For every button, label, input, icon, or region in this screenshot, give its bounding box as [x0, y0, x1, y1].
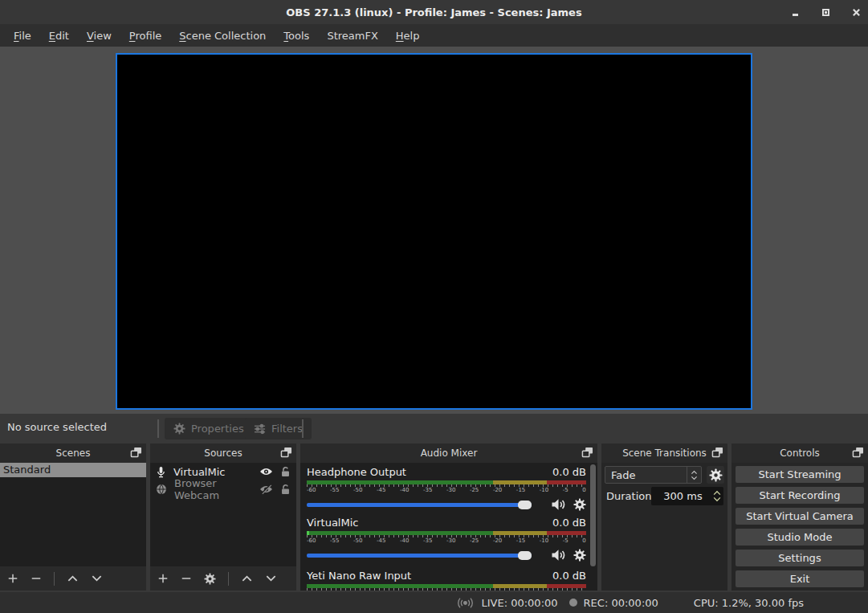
menu-scene-collection[interactable]: Scene Collection	[170, 27, 275, 45]
audio-mixer-scrollbar[interactable]	[590, 464, 596, 566]
meter-scale: -60-55-50-45-40-35-30-25-20-15-10-50	[307, 487, 586, 494]
start-streaming-button[interactable]: Start Streaming	[736, 466, 864, 483]
channel-name: Yeti Nano Raw Input	[307, 570, 411, 583]
speaker-icon[interactable]	[551, 549, 566, 562]
properties-button[interactable]: Properties	[165, 418, 253, 439]
audio-mixer-title: Audio Mixer	[421, 447, 478, 459]
mixer-channel-headphone-output: Headphone Output 0.0 dB -60-55-50-45-40-…	[307, 466, 586, 512]
title-bar: OBS 27.1.3 (linux) - Profile: James - Sc…	[0, 0, 868, 24]
gear-icon	[709, 468, 723, 482]
menu-bar: File Edit View Profile Scene Collection …	[0, 24, 868, 47]
duration-label: Duration	[606, 490, 651, 502]
transition-select[interactable]: Fade	[605, 466, 702, 484]
source-properties-gear-icon[interactable]	[204, 573, 216, 585]
source-name: VirtualMic	[173, 466, 252, 478]
move-scene-up-button[interactable]	[67, 574, 79, 582]
spin-down-icon[interactable]	[712, 497, 722, 502]
transition-selected-value: Fade	[605, 469, 687, 481]
properties-label: Properties	[191, 423, 244, 435]
minimize-icon	[793, 14, 798, 16]
source-item-browser-webcam[interactable]: Browser Webcam	[150, 480, 296, 498]
preview-canvas[interactable]	[116, 53, 752, 410]
channel-gear-icon[interactable]	[573, 549, 586, 562]
move-source-down-button[interactable]	[265, 574, 277, 582]
toolbar-separator	[157, 419, 159, 438]
record-dot-icon	[569, 599, 577, 607]
cpu-fps-stats: CPU: 1.2%, 30.00 fps	[694, 597, 804, 609]
close-button[interactable]	[850, 6, 862, 18]
remove-scene-button[interactable]	[31, 573, 42, 584]
move-scene-down-button[interactable]	[91, 574, 103, 582]
controls-header: Controls	[731, 443, 868, 463]
filters-label: Filters	[271, 423, 303, 435]
channel-level: 0.0 dB	[552, 517, 586, 530]
live-time: LIVE: 00:00:00	[481, 597, 557, 609]
volume-slider-handle[interactable]	[518, 551, 532, 560]
settings-button[interactable]: Settings	[736, 550, 864, 566]
scenes-panel: Scenes Standard	[0, 443, 146, 591]
sources-panel: Sources VirtualMic Browser Webcam	[150, 443, 296, 591]
menu-file[interactable]: File	[5, 27, 40, 45]
transition-select-arrows[interactable]	[687, 467, 701, 483]
toolbar-separator	[228, 572, 229, 586]
visibility-eye-icon[interactable]	[259, 467, 273, 476]
lock-open-icon[interactable]	[280, 466, 291, 477]
volume-slider[interactable]	[307, 503, 544, 507]
add-scene-button[interactable]	[7, 573, 18, 584]
channel-name: Headphone Output	[307, 466, 406, 480]
duration-spinbox[interactable]: 300 ms	[651, 487, 723, 505]
controls-panel: Controls Start Streaming Start Recording…	[731, 443, 868, 591]
channel-level: 0.0 dB	[552, 570, 586, 583]
controls-title: Controls	[780, 447, 820, 459]
meter-scale: -60-55-50-45-40-35-30-25-20-15-10-50	[307, 537, 586, 545]
menu-streamfx[interactable]: StreamFX	[318, 27, 386, 45]
scene-item-standard[interactable]: Standard	[0, 463, 146, 477]
exit-button[interactable]: Exit	[736, 570, 864, 587]
volume-meter	[307, 531, 586, 535]
minimize-button[interactable]	[789, 6, 801, 18]
start-virtual-camera-button[interactable]: Start Virtual Camera	[736, 508, 864, 525]
volume-meter	[307, 480, 586, 484]
menu-view[interactable]: View	[78, 27, 120, 45]
status-bar: LIVE: 00:00:00 REC: 00:00:00 CPU: 1.2%, …	[0, 592, 868, 613]
add-source-button[interactable]	[157, 573, 169, 584]
scene-transitions-header: Scene Transitions	[601, 443, 727, 463]
menu-tools[interactable]: Tools	[275, 27, 318, 45]
start-recording-button[interactable]: Start Recording	[736, 487, 864, 504]
menu-help[interactable]: Help	[387, 27, 429, 45]
spin-up-icon[interactable]	[712, 490, 722, 496]
channel-gear-icon[interactable]	[573, 498, 586, 511]
microphone-icon	[156, 466, 166, 478]
volume-slider-fill	[307, 503, 532, 507]
window-controls	[789, 0, 862, 24]
globe-icon	[156, 484, 167, 495]
mixer-channel-yeti-nano: Yeti Nano Raw Input 0.0 dB -60-55-50-45-…	[307, 570, 586, 591]
volume-slider[interactable]	[307, 554, 544, 558]
transition-properties-button[interactable]	[707, 466, 724, 484]
sources-toolbar	[150, 566, 296, 591]
scenes-toolbar	[0, 566, 146, 591]
remove-source-button[interactable]	[181, 573, 192, 584]
move-source-up-button[interactable]	[241, 574, 253, 582]
chevron-up-icon	[691, 470, 698, 475]
preview-area	[0, 47, 868, 414]
menu-profile[interactable]: Profile	[120, 27, 170, 45]
lock-open-icon[interactable]	[280, 484, 291, 495]
menu-edit[interactable]: Edit	[40, 27, 78, 45]
maximize-button[interactable]	[820, 6, 831, 18]
rec-time: REC: 00:00:00	[584, 597, 658, 609]
popout-icon	[280, 447, 292, 458]
studio-mode-button[interactable]: Studio Mode	[736, 529, 864, 546]
volume-slider-handle[interactable]	[518, 501, 532, 509]
channel-level: 0.0 dB	[552, 466, 586, 480]
sources-header: Sources	[150, 443, 296, 463]
channel-name: VirtualMic	[307, 517, 358, 530]
toolbar-separator	[54, 572, 55, 586]
popout-icon	[581, 447, 593, 458]
rec-status: REC: 00:00:00	[569, 597, 658, 609]
speaker-icon[interactable]	[551, 498, 566, 511]
visibility-eye-slash-icon[interactable]	[259, 484, 273, 494]
source-toolbar: No source selected Properties Filters	[0, 414, 868, 443]
audio-mixer-panel: Audio Mixer Headphone Output 0.0 dB -60-…	[300, 443, 597, 591]
sources-list: VirtualMic Browser Webcam	[150, 463, 296, 566]
